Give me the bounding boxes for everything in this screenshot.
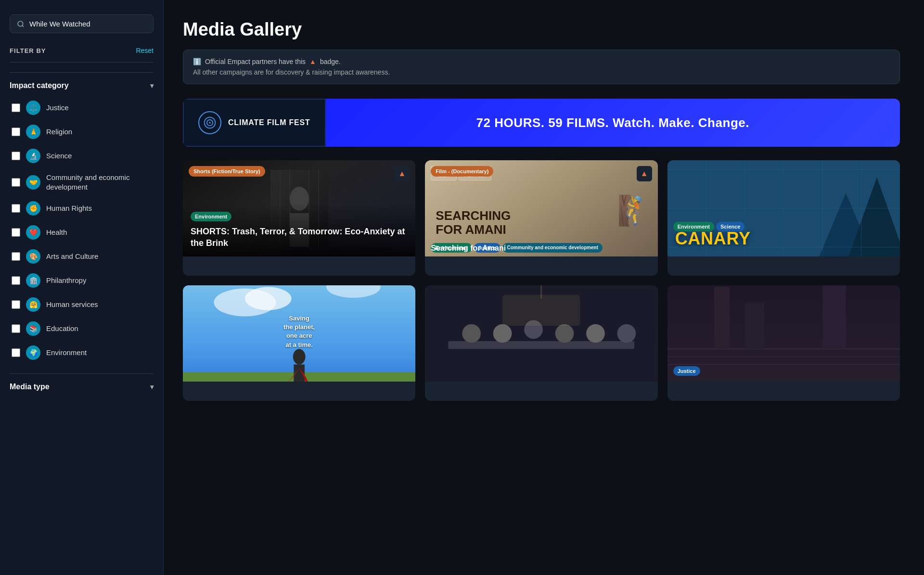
card-4[interactable]: 🏆 TRIBECAFESTIVAL Film - (Documentary) ▲	[183, 285, 415, 401]
impact-category-section[interactable]: Impact category ▾	[10, 72, 154, 97]
label-arts: Arts and Culture	[46, 252, 98, 261]
checkbox-human-services[interactable]	[12, 300, 20, 309]
icon-environment: 🌍	[26, 345, 40, 360]
checkbox-human-rights[interactable]	[12, 204, 20, 213]
checkbox-community[interactable]	[12, 178, 20, 187]
category-item-education[interactable]: 📚 Education	[10, 318, 154, 340]
svg-rect-44	[714, 287, 729, 349]
label-health: Health	[46, 228, 67, 237]
checkbox-environment[interactable]	[12, 348, 20, 357]
card-6-bottom-tags: Justice	[673, 366, 700, 376]
label-human-rights: Human Rights	[46, 204, 92, 213]
card-5[interactable]: Film - (Fiction/True Story) ▲	[425, 285, 657, 401]
card-3[interactable]: Film - (Documentary) ▲	[667, 160, 900, 276]
cards-grid: Shorts (Fiction/True Story) ▲ Environmen…	[183, 160, 900, 401]
checkbox-religion[interactable]	[12, 128, 20, 136]
info-line1: ℹ️ Official Empact partners have this ▲ …	[193, 58, 890, 65]
icon-science: 🔬	[26, 149, 40, 163]
card-2-title: Searching for Amani	[431, 244, 506, 253]
card-6[interactable]: Film - (Documentary) ▲	[667, 285, 900, 401]
festival-banner[interactable]: CLIMATE FILM FEST 72 HOURS. 59 FILMS. Wa…	[183, 99, 900, 147]
svg-point-0	[18, 21, 23, 26]
category-item-science[interactable]: 🔬 Science	[10, 145, 154, 167]
checkbox-science[interactable]	[12, 152, 20, 160]
icon-human-rights: ✊	[26, 201, 40, 216]
chevron-down-icon: ▾	[150, 82, 154, 89]
festival-logo	[198, 111, 221, 134]
search-input[interactable]	[29, 20, 146, 28]
svg-rect-40	[667, 285, 900, 382]
category-item-human-rights[interactable]: ✊ Human Rights	[10, 197, 154, 219]
card-1-overlay: Environment SHORTS: Trash, Terror, & Tom…	[183, 204, 415, 256]
festival-tagline: 72 HOURS. 59 FILMS. Watch. Make. Change.	[326, 99, 900, 147]
category-item-community[interactable]: 🤝 Community and economic development	[10, 169, 154, 195]
tag-environment: Environment	[191, 212, 231, 221]
info-line2: All other campaigns are for discovery & …	[193, 68, 890, 76]
card-3-image: Film - (Documentary) ▲	[667, 160, 900, 256]
card-1-title: SHORTS: Trash, Terror, & Tomorrow: Eco-A…	[191, 226, 408, 249]
info-text-suffix: badge.	[320, 58, 341, 65]
card-3-title: CANARY	[675, 229, 751, 249]
svg-point-37	[617, 324, 636, 343]
category-item-health[interactable]: ❤️ Health	[10, 221, 154, 243]
category-item-arts[interactable]: 🎨 Arts and Culture	[10, 245, 154, 268]
card-1-image: Shorts (Fiction/True Story) ▲ Environmen…	[183, 160, 415, 256]
icon-human-services: 🤗	[26, 297, 40, 312]
card-1-type-badge: Shorts (Fiction/True Story)	[189, 166, 265, 177]
festival-left: CLIMATE FILM FEST	[183, 99, 326, 147]
svg-point-4	[209, 122, 211, 124]
info-text-prefix: Official Empact partners have this	[205, 58, 306, 65]
card-4-image: 🏆 TRIBECAFESTIVAL Film - (Documentary) ▲	[183, 285, 415, 382]
svg-rect-31	[449, 341, 635, 349]
search-box[interactable]	[10, 14, 154, 33]
checkbox-education[interactable]	[12, 324, 20, 333]
svg-rect-46	[822, 285, 846, 349]
icon-arts: 🎨	[26, 249, 40, 264]
category-item-environment[interactable]: 🌍 Environment	[10, 342, 154, 364]
card-2-image: TRIBECA2024 RAINDANCEFILM FEST Film - (D…	[425, 160, 657, 256]
svg-point-36	[586, 324, 605, 343]
card-2[interactable]: TRIBECA2024 RAINDANCEFILM FEST Film - (D…	[425, 160, 657, 276]
icon-philanthropy: 🏛️	[26, 273, 40, 288]
svg-point-32	[462, 324, 481, 343]
card-4-saving-text: Savingthe planet,one acreat a time.	[283, 314, 315, 349]
svg-point-25	[245, 287, 292, 310]
icon-justice: ⚖️	[26, 101, 40, 115]
category-item-religion[interactable]: 🙏 Religion	[10, 121, 154, 143]
sidebar: FILTER BY Reset Impact category ▾ ⚖️ Jus…	[0, 0, 164, 575]
partner-badge-icon: ▲	[309, 58, 316, 65]
svg-point-33	[493, 324, 512, 343]
category-list: ⚖️ Justice 🙏 Religion 🔬 Science 🤝 Commun…	[10, 97, 154, 364]
svg-point-28	[293, 349, 306, 364]
label-science: Science	[46, 151, 72, 161]
checkbox-health[interactable]	[12, 228, 20, 237]
icon-education: 📚	[26, 321, 40, 336]
reset-button[interactable]: Reset	[136, 47, 154, 54]
filter-label: FILTER BY	[10, 47, 46, 54]
card-1-partner-badge: ▲	[394, 166, 410, 181]
category-item-philanthropy[interactable]: 🏛️ Philanthropy	[10, 269, 154, 292]
category-item-justice[interactable]: ⚖️ Justice	[10, 97, 154, 119]
main-content: Media Gallery ℹ️ Official Empact partner…	[164, 0, 924, 575]
card-1[interactable]: Shorts (Fiction/True Story) ▲ Environmen…	[183, 160, 415, 276]
label-religion: Religion	[46, 127, 72, 137]
label-education: Education	[46, 324, 78, 333]
svg-line-1	[22, 26, 24, 27]
icon-health: ❤️	[26, 225, 40, 240]
label-human-services: Human services	[46, 300, 98, 309]
media-type-section[interactable]: Media type ▾	[10, 373, 154, 398]
svg-rect-45	[745, 303, 764, 349]
category-item-human-services[interactable]: 🤗 Human services	[10, 294, 154, 316]
card-6-image: Film - (Documentary) ▲	[667, 285, 900, 382]
chevron-down-icon-media: ▾	[150, 383, 154, 391]
checkbox-arts[interactable]	[12, 252, 20, 261]
svg-rect-38	[502, 294, 580, 325]
filter-header: FILTER BY Reset	[10, 47, 154, 63]
checkbox-philanthropy[interactable]	[12, 276, 20, 285]
card-5-image: Film - (Fiction/True Story) ▲	[425, 285, 657, 382]
checkbox-justice[interactable]	[12, 103, 20, 112]
label-environment: Environment	[46, 348, 87, 358]
label-community: Community and economic development	[46, 173, 152, 192]
info-banner: ℹ️ Official Empact partners have this ▲ …	[183, 50, 900, 84]
icon-community: 🤝	[26, 175, 40, 190]
